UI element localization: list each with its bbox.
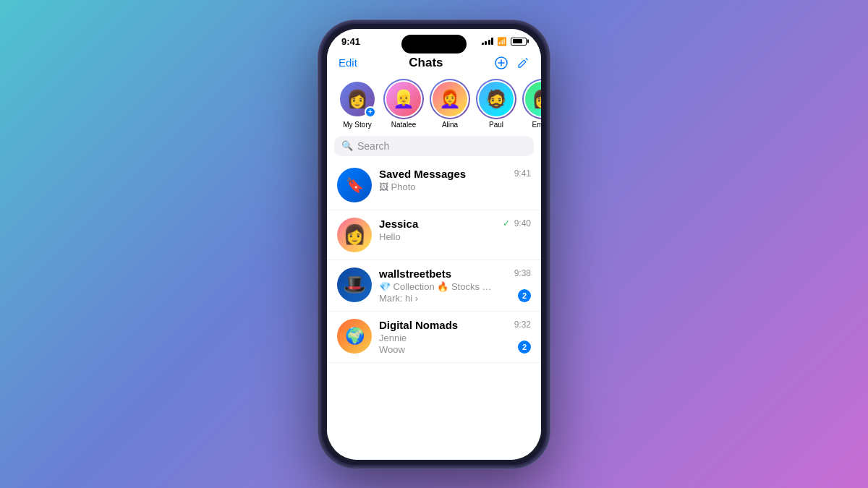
chat-name-wsb: wallstreetbets bbox=[379, 267, 451, 280]
badge-digital: 2 bbox=[518, 341, 531, 354]
chat-preview-saved: 🖼 Photo bbox=[379, 181, 495, 192]
search-placeholder: Search bbox=[357, 140, 389, 152]
chat-avatar-jessica: 👩 bbox=[337, 218, 372, 252]
status-time: 9:41 bbox=[341, 36, 360, 47]
chat-name-digital: Digital Nomads bbox=[379, 319, 458, 331]
story-item-emma[interactable]: 👩 Emma bbox=[524, 80, 541, 129]
edit-button[interactable]: Edit bbox=[339, 56, 357, 69]
chat-subpreview-digital: Woow bbox=[379, 344, 495, 355]
chat-content-digital: Digital Nomads 9:32 Jennie Woow bbox=[379, 319, 531, 355]
chat-item-wsb[interactable]: 🎩 wallstreetbets 9:38 💎 Collection 🔥 Sto… bbox=[327, 260, 541, 312]
chat-item-jessica[interactable]: 👩 Jessica ✓ 9:40 Hello bbox=[327, 210, 541, 260]
story-item-mystory[interactable]: 👩 + My Story bbox=[339, 80, 376, 129]
chat-time-wsb: 9:38 bbox=[514, 268, 531, 278]
chats-header: Edit Chats bbox=[327, 50, 541, 74]
story-item-alina[interactable]: 👩‍🦰 Alina bbox=[431, 80, 469, 129]
story-image-natalee: 👱‍♀️ bbox=[386, 82, 421, 116]
story-image-alina: 👩‍🦰 bbox=[433, 82, 467, 116]
story-avatar-mystory: 👩 + bbox=[339, 80, 376, 118]
chat-content-saved: Saved Messages 9:41 🖼 Photo bbox=[379, 168, 531, 192]
dynamic-island bbox=[401, 35, 467, 53]
stories-row: 👩 + My Story 👱‍♀️ Natalee 👩‍🦰 Ali bbox=[327, 74, 541, 136]
phone-mockup: 9:41 📶 Edit Chats bbox=[318, 20, 550, 468]
phone-screen: 9:41 📶 Edit Chats bbox=[327, 29, 541, 460]
story-avatar-emma: 👩 bbox=[524, 80, 541, 118]
chat-preview-digital: Jennie bbox=[379, 333, 495, 343]
story-name-emma: Emma bbox=[532, 121, 541, 129]
chat-avatar-saved: 🔖 bbox=[337, 168, 372, 202]
bookmark-icon: 🔖 bbox=[346, 176, 364, 194]
story-name-paul: Paul bbox=[489, 121, 503, 129]
story-avatar-paul: 🧔 bbox=[477, 80, 515, 118]
page-title: Chats bbox=[409, 56, 443, 70]
chat-name-jessica: Jessica bbox=[379, 218, 418, 230]
chat-item-digital[interactable]: 🌍 Digital Nomads 9:32 Jennie Woow 2 bbox=[327, 312, 541, 363]
compose-button[interactable] bbox=[516, 56, 529, 69]
bottom-fade bbox=[327, 438, 541, 460]
badge-wsb: 2 bbox=[518, 289, 531, 302]
chat-name-saved: Saved Messages bbox=[379, 168, 466, 180]
new-group-button[interactable] bbox=[495, 56, 508, 69]
chat-list: 🔖 Saved Messages 9:41 🖼 Photo 👩 Jessica bbox=[327, 160, 541, 438]
header-actions bbox=[495, 56, 529, 69]
story-name-natalee: Natalee bbox=[391, 121, 416, 129]
story-item-natalee[interactable]: 👱‍♀️ Natalee bbox=[385, 80, 422, 129]
chat-preview-wsb: 💎 Collection 🔥 Stocks 🐻 Memes... bbox=[379, 281, 495, 292]
story-add-icon: + bbox=[365, 106, 376, 118]
chat-time-saved: 9:41 bbox=[514, 168, 531, 179]
chat-time-digital: 9:32 bbox=[514, 320, 531, 330]
search-icon: 🔍 bbox=[341, 140, 353, 151]
story-name-mystory: My Story bbox=[343, 121, 371, 129]
story-avatar-natalee: 👱‍♀️ bbox=[385, 80, 422, 118]
chat-time-jessica: ✓ 9:40 bbox=[503, 218, 531, 228]
story-item-paul[interactable]: 🧔 Paul bbox=[477, 80, 515, 129]
story-name-alina: Alina bbox=[442, 121, 458, 129]
wifi-icon: 📶 bbox=[497, 37, 507, 46]
chat-content-wsb: wallstreetbets 9:38 💎 Collection 🔥 Stock… bbox=[379, 267, 531, 304]
signal-icon bbox=[482, 38, 494, 45]
chat-avatar-wsb: 🎩 bbox=[337, 267, 372, 302]
chat-preview-jessica: Hello bbox=[379, 231, 495, 242]
chat-subpreview-wsb: Mark: hi › bbox=[379, 293, 495, 304]
chat-content-jessica: Jessica ✓ 9:40 Hello bbox=[379, 218, 531, 242]
story-image-paul: 🧔 bbox=[479, 82, 514, 116]
story-avatar-alina: 👩‍🦰 bbox=[431, 80, 469, 118]
search-bar[interactable]: 🔍 Search bbox=[334, 136, 534, 156]
check-icon-jessica: ✓ bbox=[503, 218, 510, 228]
battery-icon bbox=[511, 38, 527, 46]
chat-avatar-digital: 🌍 bbox=[337, 319, 372, 354]
chat-item-saved[interactable]: 🔖 Saved Messages 9:41 🖼 Photo bbox=[327, 160, 541, 210]
status-icons: 📶 bbox=[482, 37, 527, 46]
